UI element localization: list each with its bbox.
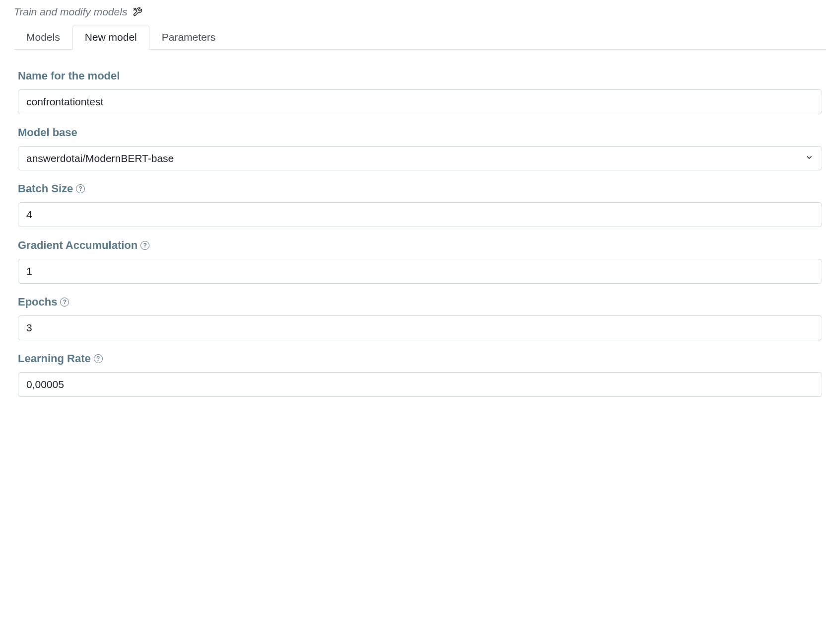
form-group-gradient-accumulation: Gradient Accumulation ?	[18, 239, 822, 284]
help-icon[interactable]: ?	[140, 241, 149, 250]
label-model-base: Model base	[18, 126, 822, 139]
page-title: Train and modify models	[14, 6, 127, 18]
help-icon[interactable]: ?	[60, 298, 69, 307]
form-group-epochs: Epochs ?	[18, 296, 822, 340]
label-epochs: Epochs ?	[18, 296, 822, 309]
input-epochs[interactable]	[18, 315, 822, 340]
form-group-batch-size: Batch Size ?	[18, 182, 822, 227]
label-gradient-accumulation: Gradient Accumulation ?	[18, 239, 822, 252]
label-text: Gradient Accumulation	[18, 239, 138, 252]
form-group-name: Name for the model	[18, 70, 822, 114]
label-model-name: Name for the model	[18, 70, 822, 82]
label-text: Name for the model	[18, 70, 120, 82]
input-gradient-accumulation[interactable]	[18, 259, 822, 284]
tab-models[interactable]: Models	[14, 25, 72, 50]
input-model-name[interactable]	[18, 89, 822, 114]
label-learning-rate: Learning Rate ?	[18, 352, 822, 365]
label-text: Batch Size	[18, 182, 73, 195]
label-text: Epochs	[18, 296, 57, 309]
input-batch-size[interactable]	[18, 202, 822, 227]
new-model-form: Name for the model Model base answerdota…	[14, 70, 826, 397]
form-group-model-base: Model base answerdotai/ModernBERT-base	[18, 126, 822, 170]
page-header: Train and modify models	[14, 6, 826, 18]
help-icon[interactable]: ?	[94, 354, 103, 363]
tabs-container: Models New model Parameters	[14, 25, 826, 50]
select-wrapper-model-base: answerdotai/ModernBERT-base	[18, 146, 822, 170]
help-icon[interactable]: ?	[76, 184, 85, 193]
label-text: Model base	[18, 126, 77, 139]
tab-new-model[interactable]: New model	[72, 25, 149, 50]
tab-parameters[interactable]: Parameters	[149, 25, 228, 50]
form-group-learning-rate: Learning Rate ?	[18, 352, 822, 397]
label-text: Learning Rate	[18, 352, 91, 365]
tools-icon	[132, 6, 143, 17]
select-model-base[interactable]: answerdotai/ModernBERT-base	[18, 146, 822, 170]
label-batch-size: Batch Size ?	[18, 182, 822, 195]
input-learning-rate[interactable]	[18, 372, 822, 397]
